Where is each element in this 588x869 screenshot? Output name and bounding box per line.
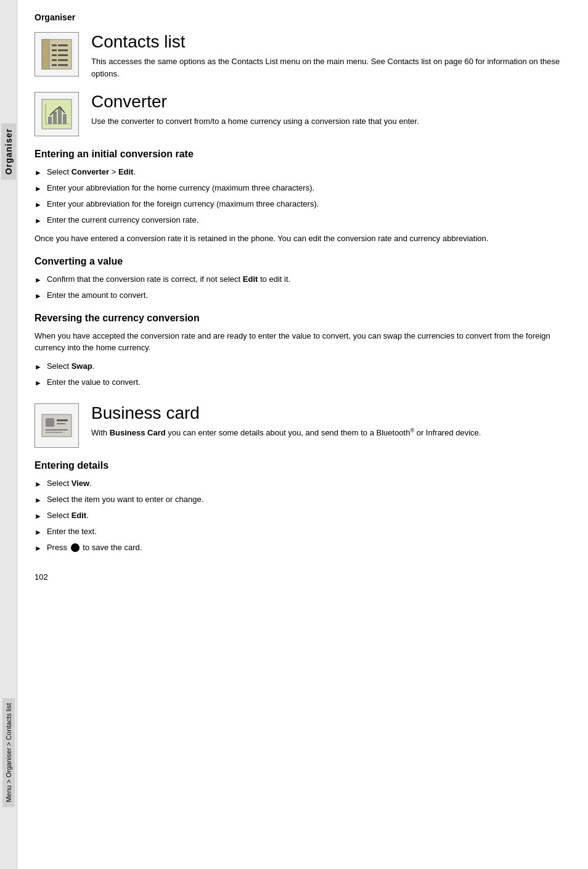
converting-value-heading: Converting a value [35, 256, 563, 267]
contacts-list-svg [39, 37, 74, 72]
svg-rect-15 [48, 117, 52, 124]
contacts-list-icon [35, 32, 79, 76]
converter-svg [39, 97, 74, 131]
contacts-list-section: Contacts list This accesses the same opt… [35, 32, 563, 80]
list-item: ► Confirm that the conversion rate is co… [35, 273, 563, 286]
list-item-text: Enter your abbreviation for the home cur… [47, 182, 314, 194]
list-item: ► Enter your abbreviation for the home c… [35, 182, 563, 194]
list-item-text: Enter the current currency conversion ra… [47, 214, 198, 226]
business-card-text-block: Business card With Business Card you can… [91, 403, 481, 439]
converter-icon [35, 92, 79, 136]
bullet-arrow-icon: ► [35, 361, 42, 373]
list-item: ► Enter the value to convert. [35, 376, 563, 389]
list-item-text: Confirm that the conversion rate is corr… [47, 273, 290, 286]
list-item-text: Enter the value to convert. [47, 376, 141, 389]
svg-rect-6 [52, 54, 57, 56]
converter-text-block: Converter Use the converter to convert f… [91, 92, 419, 128]
list-item: ► Select the item you want to enter or c… [35, 493, 563, 506]
entering-details-heading: Entering details [35, 460, 563, 471]
svg-rect-16 [53, 112, 57, 124]
phone-button-icon [71, 543, 80, 552]
converting-value-list: ► Confirm that the conversion rate is co… [35, 273, 563, 302]
list-item: ► Enter the current currency conversion … [35, 214, 563, 226]
contacts-list-description: This accesses the same options as the Co… [91, 56, 563, 80]
reversing-list: ► Select Swap. ► Enter the value to conv… [35, 360, 563, 389]
bc-desc-part2: you can enter some details about you, an… [166, 428, 410, 437]
bullet-arrow-icon: ► [35, 479, 42, 490]
bullet-arrow-icon: ► [35, 274, 42, 286]
svg-rect-23 [46, 429, 68, 430]
left-tab: Organiser Menu > Organiser > Contacts li… [0, 0, 17, 869]
list-item-text: Select View. [47, 477, 92, 490]
reversing-heading: Reversing the currency conversion [35, 313, 563, 324]
business-card-icon [35, 403, 79, 448]
business-card-section: Business card With Business Card you can… [35, 403, 563, 448]
svg-rect-10 [52, 64, 57, 66]
list-item-text: Enter your abbreviation for the foreign … [47, 198, 319, 210]
list-item: ► Enter your abbreviation for the foreig… [35, 198, 563, 210]
svg-rect-9 [58, 59, 68, 61]
contacts-list-text-block: Contacts list This accesses the same opt… [91, 32, 563, 80]
bullet-arrow-icon: ► [35, 215, 42, 226]
converter-title: Converter [91, 92, 419, 112]
list-item-text: Select Swap. [47, 360, 94, 373]
contacts-list-title: Contacts list [91, 32, 563, 52]
bullet-arrow-icon: ► [35, 511, 42, 522]
svg-rect-2 [52, 44, 57, 46]
entering-rate-list: ► Select Converter > Edit. ► Enter your … [35, 166, 563, 226]
svg-rect-7 [58, 54, 68, 56]
left-tab-breadcrumb-label: Menu > Organiser > Contacts list [2, 698, 15, 807]
list-item: ► Press to save the card. [35, 542, 563, 554]
list-item-text: Press to save the card. [47, 542, 142, 554]
business-card-description: With Business Card you can enter some de… [91, 427, 481, 439]
converter-section: Converter Use the converter to convert f… [35, 92, 563, 136]
business-card-svg [39, 408, 74, 443]
bullet-arrow-icon: ► [35, 199, 42, 210]
bullet-arrow-icon: ► [35, 377, 42, 389]
list-item: ► Select Swap. [35, 360, 563, 373]
list-item: ► Enter the text. [35, 525, 563, 538]
list-item-text: Select the item you want to enter or cha… [47, 493, 203, 506]
svg-rect-8 [52, 59, 57, 61]
bullet-arrow-icon: ► [35, 527, 42, 538]
list-item-text: Enter the amount to convert. [47, 289, 148, 302]
svg-rect-24 [46, 432, 63, 433]
reversing-paragraph: When you have accepted the conversion ra… [35, 330, 563, 354]
converter-description: Use the converter to convert from/to a h… [91, 115, 419, 128]
section-label: Organiser [35, 12, 563, 22]
svg-rect-1 [42, 39, 49, 69]
bullet-arrow-icon: ► [35, 495, 42, 506]
bullet-arrow-icon: ► [35, 183, 42, 194]
left-tab-organiser-label: Organiser [1, 123, 16, 179]
bc-desc-part3: or Infrared device. [414, 428, 481, 437]
bc-desc-part1: With [91, 428, 110, 437]
svg-rect-20 [46, 418, 54, 427]
list-item: ► Select Edit. [35, 509, 563, 522]
business-card-title: Business card [91, 403, 481, 423]
svg-rect-21 [57, 419, 68, 421]
list-item-text: Select Converter > Edit. [47, 166, 136, 178]
list-item: ► Select Converter > Edit. [35, 166, 563, 178]
bullet-arrow-icon: ► [35, 543, 42, 554]
conversion-rate-paragraph: Once you have entered a conversion rate … [35, 233, 563, 245]
svg-rect-11 [58, 64, 68, 66]
svg-rect-18 [63, 114, 67, 124]
svg-rect-3 [58, 44, 68, 46]
svg-rect-5 [58, 49, 68, 51]
list-item: ► Select View. [35, 477, 563, 490]
svg-rect-17 [58, 108, 62, 124]
bc-desc-bold: Business Card [110, 428, 166, 437]
list-item: ► Enter the amount to convert. [35, 289, 563, 302]
main-content: Organiser [22, 0, 588, 606]
entering-rate-heading: Entering an initial conversion rate [35, 149, 563, 160]
bullet-arrow-icon: ► [35, 167, 42, 178]
svg-rect-22 [57, 423, 65, 424]
page-number: 102 [35, 572, 563, 582]
list-item-text: Enter the text. [47, 525, 97, 538]
svg-rect-4 [52, 49, 57, 51]
entering-details-list: ► Select View. ► Select the item you wan… [35, 477, 563, 554]
bullet-arrow-icon: ► [35, 290, 42, 302]
list-item-text: Select Edit. [47, 509, 89, 522]
